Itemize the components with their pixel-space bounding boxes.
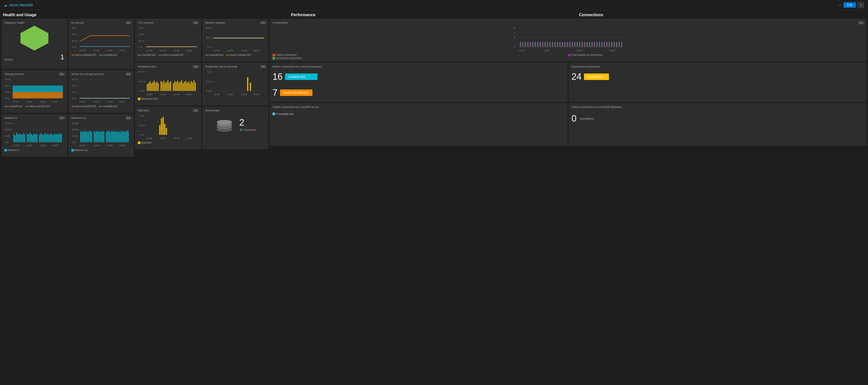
- network-in-panel: Network in 1m 15 kB 10 kB 5 kB 0 B 13:30…: [2, 114, 67, 157]
- svg-text:15:00: 15:00: [186, 93, 192, 96]
- svg-rect-254: [552, 42, 553, 47]
- svg-text:13:30: 13:30: [79, 100, 86, 103]
- legend-item: 0 mariadb-test: [273, 113, 564, 116]
- svg-rect-99: [83, 131, 84, 142]
- memory-percent-panel: Memory percent 1m 100 % 50 % 0 % 13:30 1…: [203, 19, 268, 61]
- io-percent-chart: 30 % 20 % 10 % 0 % 13:30 14:00 14:30 15:…: [71, 25, 131, 53]
- cpu-chart: 30 % 20 % 10 % 0 % 13:30 14:00 14:30 15:…: [138, 25, 198, 53]
- svg-rect-268: [587, 42, 587, 47]
- svg-rect-311: [590, 42, 590, 47]
- svg-rect-103: [88, 131, 89, 142]
- svg-rect-70: [42, 134, 43, 142]
- replication-chart: 1 μs 0.5 μs 0 ms 13:30 14:00 14:30 15:00: [205, 69, 266, 96]
- svg-rect-97: [80, 131, 81, 142]
- svg-rect-296: [553, 42, 553, 47]
- svg-rect-309: [585, 42, 585, 47]
- svg-text:14:30: 14:30: [174, 137, 180, 139]
- svg-rect-76: [50, 134, 51, 142]
- menu-button[interactable]: ≡: [858, 2, 864, 8]
- svg-text:100 %: 100 %: [205, 26, 212, 29]
- svg-text:14:00: 14:00: [227, 93, 234, 96]
- svg-rect-272: [596, 42, 597, 47]
- response-time-panel: Response time 1m 20 ms 10 ms 0 ms 13:30 …: [135, 63, 201, 105]
- svg-rect-270: [592, 42, 592, 47]
- svg-text:13:30: 13:30: [79, 144, 86, 147]
- network-in-chart: 15 kB 10 kB 5 kB 0 B 13:30 14:00 14:30 1…: [4, 120, 64, 148]
- svg-rect-110: [99, 132, 100, 142]
- svg-rect-277: [609, 42, 610, 47]
- hexagon: [20, 25, 50, 51]
- svg-text:14:30: 14:30: [241, 49, 247, 52]
- legend-line-icon: [71, 55, 75, 55]
- legend-item: demo-mariadb-001: [159, 54, 184, 56]
- svg-text:10 %: 10 %: [72, 39, 78, 42]
- svg-rect-274: [601, 42, 602, 47]
- svg-text:0 ms: 0 ms: [206, 90, 212, 92]
- storage-percent-title: Storage percent: [4, 72, 64, 75]
- svg-rect-308: [582, 42, 583, 47]
- svg-text:20 %: 20 %: [138, 33, 144, 36]
- hex-wrapper: [4, 25, 64, 51]
- network-in-badge: 1m: [59, 116, 65, 120]
- svg-rect-174: [163, 81, 164, 91]
- failed-db-number: 0: [571, 114, 577, 124]
- svg-rect-265: [579, 42, 580, 47]
- memory-legend: mariadb-test demo-mariadb-001: [205, 54, 266, 56]
- legend-bar-icon: [273, 57, 275, 60]
- svg-rect-322: [617, 42, 617, 47]
- svg-rect-207: [247, 77, 248, 91]
- legend-line-icon: [138, 55, 142, 55]
- response-legend: Response time: [138, 97, 198, 100]
- svg-text:14:00: 14:00: [93, 144, 99, 147]
- svg-text:50 %: 50 %: [206, 36, 212, 39]
- connections-title: Connections: [273, 21, 864, 24]
- edit-button[interactable]: Edit: [843, 2, 856, 8]
- legend-item: demo-mariadb-001: [71, 105, 97, 108]
- svg-rect-129: [126, 131, 127, 142]
- svg-rect-248: [537, 42, 538, 47]
- svg-text:13:30: 13:30: [79, 49, 86, 52]
- svg-rect-168: [154, 81, 155, 91]
- legend-item: demo-mariadb-001: [226, 54, 251, 56]
- legend-item: mariadb-test: [99, 105, 117, 108]
- health-status: All fine: [4, 58, 13, 61]
- svg-rect-258: [562, 42, 562, 47]
- svg-text:10 ms: 10 ms: [138, 80, 145, 83]
- svg-rect-80: [56, 134, 56, 142]
- svg-rect-244: [527, 42, 528, 47]
- svg-rect-241: [520, 42, 521, 47]
- processes-icon: ⚙: [239, 128, 243, 132]
- svg-rect-55: [19, 134, 20, 142]
- smartscape-title: Smartscape: [205, 109, 266, 112]
- svg-rect-120: [114, 131, 115, 142]
- svg-rect-317: [604, 42, 605, 47]
- star-icon[interactable]: ☆: [838, 3, 842, 7]
- svg-text:14:00: 14:00: [26, 100, 32, 103]
- svg-text:6: 6: [514, 26, 515, 29]
- wait-time-panel: Wait time 1m 1 μs 0.5 μs 0 ms 13:30 14:0…: [135, 107, 201, 149]
- response-chart: 20 ms 10 ms 0 ms 13:30 14:00 14:30 15:00: [138, 69, 198, 96]
- svg-rect-166: [151, 83, 152, 91]
- svg-rect-289: [535, 42, 536, 47]
- conn-row3: Failed connections by mariaDB server 0 m…: [269, 102, 867, 146]
- legend-item: demo-mariadb-001: [71, 54, 97, 56]
- svg-text:0 ms: 0 ms: [139, 90, 144, 92]
- memory-badge: 1m: [260, 21, 266, 25]
- svg-text:14:00: 14:00: [93, 49, 99, 52]
- svg-rect-105: [91, 132, 92, 142]
- svg-text:15 kB: 15 kB: [5, 122, 11, 125]
- response-time-title: Response time: [138, 65, 198, 68]
- svg-rect-318: [607, 42, 608, 47]
- svg-rect-290: [538, 42, 538, 47]
- svg-text:0 ms: 0 ms: [139, 133, 144, 136]
- svg-rect-250: [542, 42, 543, 47]
- svg-text:1 μs: 1 μs: [140, 114, 144, 117]
- io-legend: demo-mariadb-001 mariadb-test: [71, 54, 131, 56]
- svg-rect-264: [577, 42, 577, 47]
- health-section-title: Health and Usage: [2, 10, 290, 18]
- svg-rect-251: [545, 42, 545, 47]
- svg-rect-245: [530, 42, 530, 47]
- svg-rect-128: [125, 132, 126, 142]
- storage-chart: 30 % 20 % 10 % 0 % 13:30 14:00 14:30 15:…: [4, 76, 64, 104]
- health-count: 1: [60, 53, 64, 61]
